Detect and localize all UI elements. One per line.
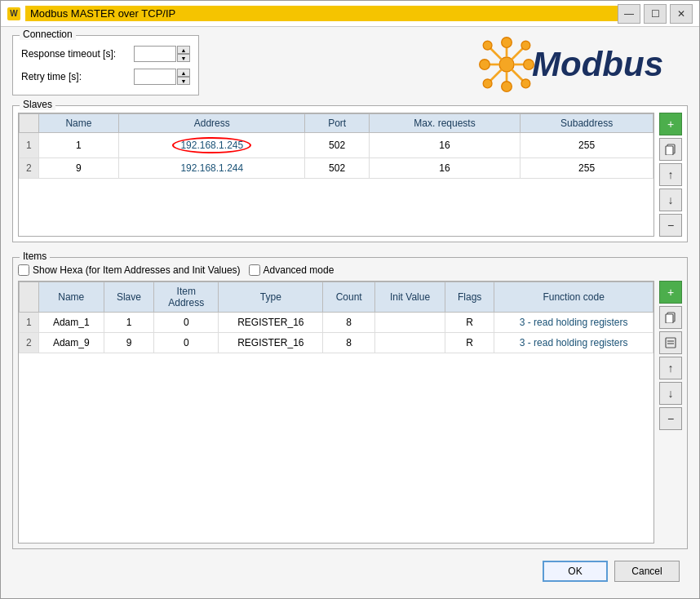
items-table-container: Name Slave ItemAddress Type Count Init V… — [18, 281, 654, 544]
slaves-table-row[interactable]: 11192.168.1.24550216255 — [20, 133, 653, 158]
svg-point-2 — [502, 38, 512, 48]
slaves-side-buttons: + ↑ ↓ − — [659, 113, 682, 237]
items-col-num — [20, 282, 39, 313]
items-copy-button[interactable] — [659, 306, 682, 329]
items-col-slave: Slave — [104, 282, 153, 313]
items-remove-button[interactable]: − — [659, 407, 682, 430]
slaves-remove-button[interactable]: − — [659, 214, 682, 237]
retry-time-field[interactable]: 10.00 — [134, 69, 176, 85]
items-move-down-button[interactable]: ↓ — [659, 382, 682, 405]
items-col-initval: Init Value — [375, 282, 445, 313]
items-box: Items Show Hexa (for Item Addresses and … — [12, 257, 688, 549]
slaves-move-down-button[interactable]: ↓ — [659, 189, 682, 211]
retry-time-up[interactable]: ▲ — [177, 69, 190, 77]
show-hexa-checkbox-label[interactable]: Show Hexa (for Item Addresses and Init V… — [18, 264, 241, 276]
items-cell-init_value — [375, 313, 445, 333]
items-col-type: Type — [219, 282, 323, 313]
modbus-logo: Modbus — [477, 35, 663, 94]
retry-time-label: Retry time [s]: — [21, 71, 127, 82]
title-bar: W Modbus MASTER over TCP/IP — ☐ ✕ — [1, 1, 699, 27]
slaves-col-name: Name — [38, 114, 118, 133]
items-cell-type: REGISTER_16 — [219, 333, 323, 353]
copy-icon — [665, 144, 676, 155]
svg-rect-20 — [666, 314, 673, 323]
slaves-cell-port: 502 — [305, 133, 369, 158]
items-move-up-button[interactable]: ↑ — [659, 357, 682, 379]
slaves-col-maxreq: Max. requests — [369, 114, 520, 133]
svg-point-14 — [521, 41, 530, 50]
items-controls: Show Hexa (for Item Addresses and Init V… — [18, 264, 682, 276]
svg-line-11 — [512, 69, 523, 81]
advanced-mode-checkbox-label[interactable]: Advanced mode — [249, 264, 334, 276]
items-cell-count: 8 — [323, 333, 375, 353]
modbus-logo-icon — [477, 35, 536, 94]
svg-point-6 — [480, 60, 490, 70]
response-timeout-spinners: ▲ ▼ — [177, 46, 190, 62]
items-cell-flags: R — [445, 333, 494, 353]
items-cell-name: Adam_1 — [38, 313, 104, 333]
slaves-cell-subaddress: 255 — [521, 133, 653, 158]
svg-line-15 — [490, 69, 502, 81]
items-add-button[interactable]: + — [659, 281, 682, 304]
maximize-button[interactable]: ☐ — [644, 4, 667, 24]
items-col-funccode: Function code — [494, 282, 653, 313]
items-row-num: 1 — [20, 313, 39, 333]
items-copy-icon — [665, 312, 676, 323]
slaves-cell-max_requests: 16 — [369, 133, 520, 158]
slaves-table-row[interactable]: 29192.168.1.24450216255 — [20, 158, 653, 179]
slaves-cell-address: 192.168.1.245 — [119, 133, 305, 158]
slaves-cell-subaddress: 255 — [521, 158, 653, 179]
modbus-brand-text: Modbus — [532, 45, 663, 84]
items-content: Name Slave ItemAddress Type Count Init V… — [18, 281, 682, 544]
slaves-col-address: Address — [119, 114, 305, 133]
close-button[interactable]: ✕ — [670, 4, 693, 24]
show-hexa-label: Show Hexa (for Item Addresses and Init V… — [33, 264, 241, 276]
items-table-row[interactable]: 1Adam_110REGISTER_168R3 - read holding r… — [20, 313, 653, 333]
slaves-col-port: Port — [305, 114, 369, 133]
slaves-table-container: Name Address Port Max. requests Subaddre… — [18, 113, 654, 237]
retry-time-input[interactable]: 10.00 ▲ ▼ — [134, 69, 190, 85]
slaves-empty-space — [19, 179, 653, 228]
svg-point-10 — [483, 41, 492, 50]
items-table-row[interactable]: 2Adam_990REGISTER_168R3 - read holding r… — [20, 333, 653, 353]
advanced-mode-checkbox[interactable] — [249, 264, 260, 276]
slaves-add-button[interactable]: + — [659, 113, 682, 135]
items-table: Name Slave ItemAddress Type Count Init V… — [19, 282, 653, 353]
svg-line-9 — [490, 48, 502, 59]
connection-label: Connection — [20, 29, 76, 40]
footer: OK Cancel — [12, 556, 688, 590]
connection-group: Connection Response timeout [s]: 0.10 ▲ … — [12, 35, 199, 95]
slaves-row-num: 1 — [20, 133, 39, 158]
response-timeout-up[interactable]: ▲ — [177, 46, 190, 54]
items-cell-name: Adam_9 — [38, 333, 104, 353]
response-timeout-field[interactable]: 0.10 — [134, 46, 176, 62]
cancel-button[interactable]: Cancel — [614, 561, 680, 582]
show-hexa-checkbox[interactable] — [18, 264, 29, 276]
retry-time-row: Retry time [s]: 10.00 ▲ ▼ — [21, 69, 190, 85]
slaves-col-subaddr: Subaddress — [521, 114, 653, 133]
slaves-move-up-button[interactable]: ↑ — [659, 163, 682, 186]
items-edit-button[interactable] — [659, 331, 682, 354]
slaves-col-num — [20, 114, 39, 133]
response-timeout-input[interactable]: 0.10 ▲ ▼ — [134, 46, 190, 62]
items-section: Items Show Hexa (for Item Addresses and … — [12, 257, 688, 549]
items-side-buttons: + ↑ ↓ − — [659, 281, 682, 544]
ok-button[interactable]: OK — [543, 561, 608, 582]
response-timeout-down[interactable]: ▼ — [177, 54, 190, 62]
svg-point-0 — [499, 57, 514, 72]
slaves-content: Name Address Port Max. requests Subaddre… — [18, 113, 682, 237]
items-cell-item_address: 0 — [154, 313, 219, 333]
slaves-section: Slaves Name Address Port Max. requests — [12, 105, 688, 242]
slaves-copy-button[interactable] — [659, 138, 682, 161]
items-edit-icon — [665, 337, 676, 348]
retry-time-down[interactable]: ▼ — [177, 77, 190, 85]
advanced-mode-label: Advanced mode — [264, 264, 334, 276]
items-label: Items — [20, 251, 50, 262]
app-icon: W — [7, 7, 20, 20]
svg-point-16 — [483, 79, 492, 88]
minimize-button[interactable]: — — [618, 4, 640, 24]
response-timeout-row: Response timeout [s]: 0.10 ▲ ▼ — [21, 46, 190, 62]
content-area: Connection Response timeout [s]: 0.10 ▲ … — [1, 27, 699, 598]
main-window: W Modbus MASTER over TCP/IP — ☐ ✕ Connec… — [0, 0, 700, 599]
slaves-cell-address: 192.168.1.244 — [119, 158, 305, 179]
